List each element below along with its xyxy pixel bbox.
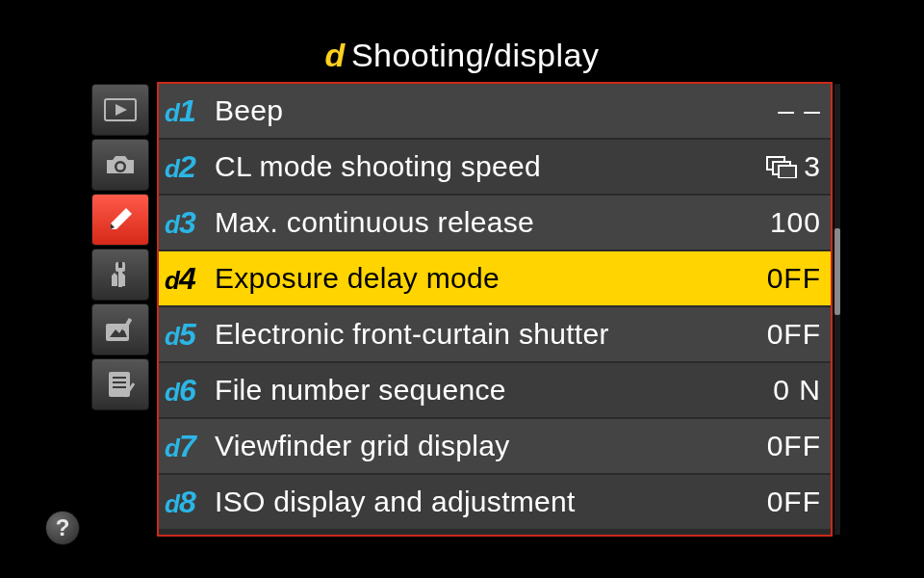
sidebar-item-custom[interactable] <box>91 194 149 246</box>
row-code: d3 <box>165 205 215 241</box>
row-label: File number sequence <box>215 374 734 407</box>
menu-row-d7[interactable]: d7Viewfinder grid display0FF <box>159 419 831 475</box>
row-value: 0FF <box>734 318 821 351</box>
retouch-icon <box>104 316 137 343</box>
help-label: ? <box>56 514 70 541</box>
row-value: 0FF <box>734 262 821 295</box>
svg-rect-8 <box>118 272 122 287</box>
svg-marker-1 <box>116 104 127 116</box>
svg-point-3 <box>117 164 124 171</box>
row-value: – – <box>734 94 821 127</box>
camera-icon <box>103 152 138 177</box>
row-label: Beep <box>215 94 734 127</box>
row-code: d7 <box>165 429 215 464</box>
pencil-icon <box>105 204 136 235</box>
row-value: 0FF <box>734 430 821 462</box>
play-icon <box>104 98 137 121</box>
sidebar-item-playback[interactable] <box>91 84 149 136</box>
scrollbar[interactable] <box>834 84 840 535</box>
menu-row-d8[interactable]: d8ISO display and adjustment0FF <box>159 475 831 531</box>
header-prefix: d <box>325 37 346 73</box>
menu-row-d5[interactable]: d5Electronic front-curtain shutter0FF <box>159 307 831 363</box>
row-code: d4 <box>165 261 215 297</box>
help-button[interactable]: ? <box>45 511 80 545</box>
row-label: Electronic front-curtain shutter <box>215 318 734 351</box>
menu-row-d6[interactable]: d6File number sequence0 N <box>159 363 831 419</box>
menu-row-d4[interactable]: d4Exposure delay mode0FF <box>159 251 831 307</box>
sidebar-item-retouch[interactable] <box>91 303 149 355</box>
row-code: d1 <box>165 93 215 129</box>
row-code: d2 <box>165 149 215 185</box>
row-code: d6 <box>165 373 215 408</box>
menu-list: d1Beep– –d2CL mode shooting speed3d3Max.… <box>159 84 831 531</box>
scrollbar-thumb[interactable] <box>834 228 840 315</box>
mymenu-icon <box>105 370 136 399</box>
sidebar <box>91 82 153 537</box>
row-value: 100 <box>734 206 821 239</box>
burst-icon <box>765 155 798 178</box>
header-title-text: Shooting/display <box>351 37 600 73</box>
row-label: Max. continuous release <box>215 206 734 239</box>
sidebar-item-mymenu[interactable] <box>91 358 149 410</box>
sidebar-item-shooting[interactable] <box>91 139 149 191</box>
row-label: Exposure delay mode <box>215 262 734 295</box>
wrench-icon <box>106 260 135 289</box>
menu-row-d1[interactable]: d1Beep– – <box>159 84 831 140</box>
svg-rect-7 <box>118 262 122 268</box>
row-label: Viewfinder grid display <box>215 430 734 462</box>
row-value: 0 N <box>734 374 821 407</box>
svg-marker-4 <box>111 208 132 229</box>
menu-panel: d1Beep– –d2CL mode shooting speed3d3Max.… <box>157 82 833 537</box>
sidebar-item-setup[interactable] <box>91 249 149 301</box>
menu-row-d3[interactable]: d3Max. continuous release100 <box>159 196 831 251</box>
row-code: d8 <box>165 485 215 520</box>
row-value: 3 <box>734 150 821 183</box>
page-title: dShooting/display <box>91 37 833 74</box>
row-code: d5 <box>165 317 215 353</box>
row-label: CL mode shooting speed <box>215 150 734 183</box>
row-label: ISO display and adjustment <box>215 486 734 518</box>
svg-rect-18 <box>779 166 796 178</box>
menu-row-d2[interactable]: d2CL mode shooting speed3 <box>159 140 831 196</box>
row-value: 0FF <box>734 486 821 518</box>
